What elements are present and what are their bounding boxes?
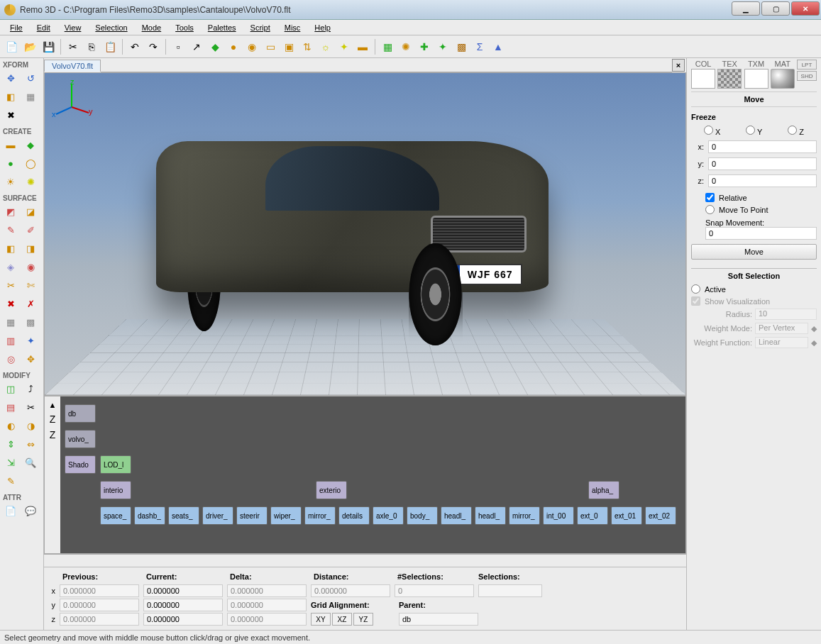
- node-leaf[interactable]: space_: [100, 506, 131, 525]
- curr-z-input[interactable]: 0.000000: [143, 613, 223, 626]
- grid-xz-button[interactable]: XZ: [332, 613, 352, 626]
- mod-3-icon[interactable]: ▤: [1, 399, 20, 416]
- lod-mode-icon[interactable]: ▭: [262, 38, 279, 55]
- face-mode-icon[interactable]: ◆: [206, 38, 224, 55]
- menu-view[interactable]: View: [59, 22, 87, 33]
- node-lod[interactable]: LOD_l: [100, 455, 131, 474]
- move-button[interactable]: Move: [691, 244, 817, 260]
- surf-9-icon[interactable]: ✂: [1, 277, 20, 294]
- extref-mode-icon[interactable]: ▬: [354, 38, 371, 55]
- node-db[interactable]: db: [65, 404, 96, 423]
- node-leaf[interactable]: axle_0: [373, 506, 404, 525]
- move-to-point-radio[interactable]: Move To Point: [691, 204, 817, 216]
- node-leaf[interactable]: steerir: [236, 506, 268, 525]
- cancel-xform-icon[interactable]: ✖: [1, 106, 20, 123]
- create-cylinder-icon[interactable]: ◯: [21, 155, 40, 172]
- sigma-icon[interactable]: Σ: [471, 38, 488, 55]
- weight-func-select[interactable]: Linear: [755, 337, 808, 348]
- node-exterior[interactable]: exterio: [316, 481, 347, 499]
- shd-button[interactable]: SHD: [797, 71, 817, 81]
- node-leaf[interactable]: ext_0: [577, 506, 608, 525]
- surf-5-icon[interactable]: ◧: [1, 240, 20, 257]
- surf-14-icon[interactable]: ▩: [21, 313, 40, 331]
- hier-zoom-icon[interactable]: Z: [50, 413, 56, 425]
- menu-script[interactable]: Script: [245, 22, 276, 33]
- object-mode-icon[interactable]: ●: [225, 38, 242, 55]
- surf-16-icon[interactable]: ✦: [21, 332, 40, 349]
- node-volvo[interactable]: volvo_: [65, 430, 96, 448]
- select-plus-icon[interactable]: ✚: [416, 38, 433, 55]
- select-star-icon[interactable]: ✦: [434, 38, 451, 55]
- node-leaf[interactable]: seats_: [168, 506, 199, 525]
- create-light-icon[interactable]: ☀: [1, 173, 20, 190]
- create-sun-icon[interactable]: ✺: [21, 173, 40, 190]
- menu-file[interactable]: File: [4, 22, 28, 33]
- mod-7-icon[interactable]: ⇕: [1, 435, 20, 453]
- node-leaf[interactable]: mirror_: [304, 506, 336, 525]
- mod-8-icon[interactable]: ⇔: [21, 435, 40, 453]
- matrix-icon[interactable]: ▦: [21, 88, 40, 105]
- delta-y-input[interactable]: 0.000000: [227, 599, 307, 611]
- mod-4-icon[interactable]: ✂: [21, 399, 40, 416]
- cut-icon[interactable]: ✂: [65, 38, 82, 55]
- menu-selection[interactable]: Selection: [89, 22, 133, 33]
- mod-1-icon[interactable]: ◫: [1, 380, 20, 397]
- node-leaf[interactable]: driver_: [202, 506, 233, 525]
- surf-2-icon[interactable]: ◪: [21, 203, 40, 220]
- mod-6-icon[interactable]: ◑: [21, 417, 40, 434]
- attr-comment-icon[interactable]: 💬: [21, 502, 40, 519]
- node-leaf[interactable]: ext_02: [645, 506, 676, 525]
- surf-1-icon[interactable]: ◩: [1, 203, 20, 220]
- freeze-z-radio[interactable]: Z: [788, 126, 804, 136]
- surf-4-icon[interactable]: ✐: [21, 221, 40, 238]
- select-grid-icon[interactable]: ▩: [453, 38, 470, 55]
- radius-input[interactable]: 10: [755, 309, 817, 320]
- parent-input[interactable]: db: [399, 613, 478, 626]
- hier-zoom2-icon[interactable]: Z: [50, 429, 56, 440]
- prev-x-input[interactable]: 0.000000: [60, 584, 139, 597]
- node-alpha[interactable]: alpha_: [588, 481, 619, 499]
- surf-8-icon[interactable]: ◉: [21, 258, 40, 275]
- node-leaf[interactable]: int_00: [543, 506, 574, 525]
- menu-misc[interactable]: Misc: [279, 22, 307, 33]
- viewport-tab-active[interactable]: VolvoV70.flt: [44, 60, 101, 72]
- selections-input[interactable]: [478, 584, 542, 597]
- copy-icon[interactable]: ⎘: [83, 38, 100, 55]
- select-sun-icon[interactable]: ✺: [397, 38, 414, 55]
- grid-xy-button[interactable]: XY: [311, 613, 331, 626]
- surf-3-icon[interactable]: ✎: [1, 221, 20, 238]
- viewport-close-button[interactable]: ×: [672, 59, 685, 72]
- distance-input[interactable]: 0.000000: [311, 584, 390, 597]
- warning-icon[interactable]: ▲: [490, 38, 507, 55]
- node-leaf[interactable]: body_: [407, 506, 438, 525]
- surf-10-icon[interactable]: ✄: [21, 277, 40, 294]
- move-z-input[interactable]: [708, 174, 817, 187]
- delta-x-input[interactable]: 0.000000: [227, 584, 307, 597]
- maximize-button[interactable]: ▢: [761, 1, 790, 16]
- mod-11-icon[interactable]: ✎: [1, 472, 20, 489]
- texture-swatch[interactable]: [717, 69, 742, 89]
- scale-icon[interactable]: ◧: [1, 88, 20, 105]
- surf-12-icon[interactable]: ✗: [21, 295, 40, 312]
- color-swatch[interactable]: [691, 69, 715, 89]
- move-icon[interactable]: ✥: [1, 70, 20, 87]
- hierarchy-scrollbar[interactable]: [44, 554, 686, 567]
- node-leaf[interactable]: mirror_: [509, 506, 540, 525]
- surf-17-icon[interactable]: ◎: [1, 350, 20, 367]
- node-interior[interactable]: interio: [100, 481, 131, 499]
- 3d-viewport[interactable]: z y x WJF 667: [44, 72, 686, 396]
- minimize-button[interactable]: ▁: [732, 1, 760, 16]
- show-viz-checkbox[interactable]: Show Visualization: [691, 295, 817, 307]
- move-y-input[interactable]: [708, 157, 817, 170]
- curr-x-input[interactable]: 0.000000: [143, 584, 223, 597]
- surf-13-icon[interactable]: ▦: [1, 313, 20, 331]
- material-swatch[interactable]: [771, 69, 795, 89]
- prev-y-input[interactable]: 0.000000: [60, 599, 139, 611]
- texmap-swatch[interactable]: [744, 69, 768, 89]
- grid-yz-button[interactable]: YZ: [353, 613, 373, 626]
- surf-7-icon[interactable]: ◈: [1, 258, 20, 275]
- lightpoint-mode-icon[interactable]: ✦: [336, 38, 353, 55]
- dof-mode-icon[interactable]: ▣: [280, 38, 297, 55]
- mod-9-icon[interactable]: ⇲: [1, 454, 20, 471]
- hierarchy-tree[interactable]: db volvo_ Shado LOD_l interio exterio al…: [60, 396, 685, 553]
